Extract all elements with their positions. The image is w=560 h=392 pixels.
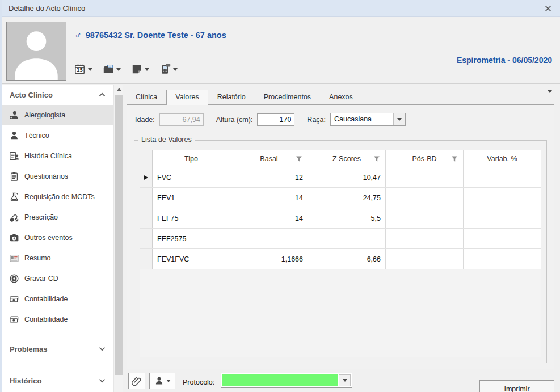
table-row[interactable]: FEF75 14 5,5: [140, 208, 541, 229]
patient-summary-line: ♂ 98765432 Sr. Doente Teste - 67 anos: [74, 29, 226, 41]
sidebar-item-gravar-cd[interactable]: Gravar CD: [2, 268, 113, 289]
print-folder-icon: [103, 64, 114, 75]
sidebar-item-outros-eventos[interactable]: Outros eventos: [2, 227, 113, 248]
fields-row: Idade: Altura (cm): Raça: Caucasiana: [135, 113, 546, 126]
chevron-down-icon: [166, 380, 171, 382]
sidebar-item-label: Questionários: [24, 172, 68, 180]
scrollbar-thumb[interactable]: [115, 95, 123, 375]
filter-funnel-icon[interactable]: [296, 155, 302, 162]
print-folder-dropdown-button[interactable]: [103, 64, 121, 75]
cell-basal[interactable]: [230, 229, 308, 248]
tab-relatorio[interactable]: Relatório: [208, 90, 255, 104]
sidebar-item-tecnico[interactable]: Técnico: [2, 125, 113, 146]
raca-combobox[interactable]: Caucasiana: [330, 113, 406, 126]
note-dropdown-button[interactable]: [131, 64, 149, 75]
imprimir-button[interactable]: Imprimir: [479, 380, 554, 392]
person-icon: [9, 130, 19, 141]
chevron-down-icon: [99, 378, 106, 383]
calendar-dropdown-button[interactable]: [74, 64, 92, 75]
cell-zscores[interactable]: 10,47: [308, 167, 386, 187]
close-button[interactable]: [542, 2, 554, 15]
sidebar-section-problemas[interactable]: Problemas: [2, 339, 113, 359]
sms-dropdown-button[interactable]: [159, 64, 178, 75]
cell-posbd[interactable]: [386, 249, 464, 269]
cell-variab[interactable]: [464, 188, 541, 208]
sidebar-item-requisicao-mcdts[interactable]: Requisição de MCDTs: [2, 187, 113, 207]
sidebar-item-questionarios[interactable]: Questionários: [2, 166, 113, 187]
cell-posbd[interactable]: [386, 167, 464, 187]
footer-toolbar: Protocolo: Imprimir: [123, 369, 560, 392]
lista-de-valores-groupbox: Lista de Valores Tipo Basal: [134, 140, 547, 363]
cell-basal[interactable]: 12: [230, 167, 308, 187]
sidebar-item-alergologista[interactable]: Alergologista: [2, 105, 113, 125]
sidebar-item-contabilidade-1[interactable]: Contabilidade: [2, 289, 113, 309]
sidebar-item-historia-clinica[interactable]: História Clínica: [2, 146, 113, 166]
cell-posbd[interactable]: [386, 208, 464, 228]
column-header-variab[interactable]: Variab. %: [464, 150, 541, 167]
summary-doc-icon: [9, 253, 19, 263]
filter-funnel-icon[interactable]: [451, 155, 458, 162]
cell-variab[interactable]: [464, 208, 541, 228]
dialog-titlebar: Detalhe do Acto Clínico: [2, 0, 560, 17]
sidebar-item-contabilidade-2[interactable]: Contabilidade: [2, 309, 113, 330]
tab-valores[interactable]: Valores: [166, 90, 208, 105]
cell-zscores[interactable]: 5,5: [308, 208, 386, 228]
cell-basal[interactable]: 1,1666: [230, 249, 308, 269]
tab-clinica[interactable]: Clínica: [127, 90, 166, 104]
column-label: Pós-BD: [412, 155, 436, 163]
cell-posbd[interactable]: [386, 188, 464, 208]
sidebar-item-prescricao[interactable]: Prescrição: [2, 207, 113, 227]
table-row[interactable]: FVC 12 10,47: [140, 167, 541, 188]
cell-variab[interactable]: [464, 249, 541, 269]
cell-tipo[interactable]: FVC: [153, 167, 230, 187]
exam-title: Espirometria - 06/05/2020: [457, 56, 552, 65]
cell-posbd[interactable]: [386, 229, 464, 248]
cell-variab[interactable]: [464, 229, 541, 248]
column-header-basal[interactable]: Basal: [230, 150, 308, 167]
altura-field[interactable]: [257, 113, 294, 126]
cell-tipo[interactable]: FEF75: [153, 208, 230, 228]
values-grid: Tipo Basal Z Scores Pós-BD: [140, 150, 541, 357]
sidebar-section-acto-clinico[interactable]: Acto Clinico: [2, 85, 113, 105]
table-row[interactable]: FEF2575: [140, 229, 541, 249]
protocolo-label: Protocolo:: [183, 378, 214, 386]
sidebar: Acto Clinico Alergologista Técnico Histó…: [2, 85, 113, 392]
filter-funnel-icon[interactable]: [373, 155, 380, 162]
tab-procedimentos[interactable]: Procedimentos: [255, 90, 320, 104]
person-dropdown-button[interactable]: [149, 373, 175, 389]
table-row[interactable]: FEV1 14 24,75: [140, 188, 541, 208]
cell-tipo[interactable]: FEV1FVC: [153, 249, 230, 269]
column-header-z-scores[interactable]: Z Scores: [308, 150, 386, 167]
clinical-act-detail-dialog: Detalhe do Acto Clínico ♂ 98765432 Sr. D…: [0, 0, 560, 392]
sidebar-section-historico[interactable]: Histórico: [2, 370, 113, 391]
column-header-pos-bd[interactable]: Pós-BD: [386, 150, 464, 167]
sms-terminal-icon: [159, 64, 171, 75]
protocolo-dropdown-button[interactable]: [339, 374, 351, 386]
cell-tipo[interactable]: FEV1: [153, 188, 230, 208]
cell-zscores[interactable]: 24,75: [308, 188, 386, 208]
chevron-down-icon: [173, 68, 178, 71]
cell-basal[interactable]: 14: [230, 188, 308, 208]
attachment-button[interactable]: [128, 373, 145, 389]
raca-dropdown-button[interactable]: [393, 113, 405, 125]
paperclip-icon: [131, 376, 142, 387]
cell-variab[interactable]: [464, 167, 541, 187]
cell-zscores[interactable]: 6,66: [308, 249, 386, 269]
protocolo-combobox[interactable]: [221, 373, 352, 388]
altura-label: Altura (cm):: [216, 116, 253, 124]
cell-basal[interactable]: 14: [230, 208, 308, 228]
chevron-down-icon: [88, 68, 92, 71]
sidebar-item-label: Outros eventos: [24, 234, 73, 242]
sidebar-item-resumo[interactable]: Resumo: [2, 248, 113, 268]
cell-tipo[interactable]: FEF2575: [153, 229, 230, 248]
cell-zscores[interactable]: [308, 229, 386, 248]
table-row[interactable]: FEV1FVC 1,1666 6,66: [140, 249, 541, 269]
column-header-tipo[interactable]: Tipo: [153, 150, 230, 167]
sidebar-scrollbar[interactable]: [113, 85, 123, 392]
sidebar-item-label: Requisição de MCDTs: [24, 193, 95, 201]
tab-overflow-button[interactable]: [545, 90, 554, 104]
tab-anexos[interactable]: Anexos: [320, 90, 362, 104]
triangle-up-icon: [117, 88, 121, 91]
grid-empty-area: [140, 269, 541, 357]
scrollbar-up-arrow[interactable]: [114, 85, 124, 94]
